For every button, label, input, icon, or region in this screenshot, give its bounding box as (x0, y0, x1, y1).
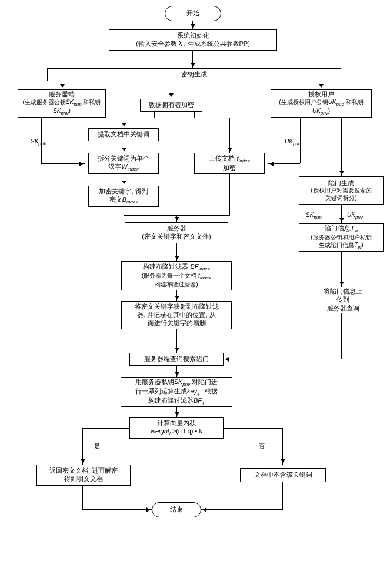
conn (82, 486, 83, 509)
conn (282, 482, 283, 509)
arrow (341, 118, 342, 176)
map-bf-2: 器, 并记录在其中的位置, 从 (137, 311, 215, 319)
init-sub: (输入安全参数 λ , 生成系统公共参数PP) (136, 40, 250, 48)
arrow (268, 163, 300, 164)
calc-s: weightf ≥(n-l-q) • k (151, 427, 202, 437)
edge-label-skpub2: SKpub (306, 212, 322, 220)
split-kw-t: 拆分关键词为单个 (98, 155, 149, 163)
start-label: 开始 (186, 9, 199, 17)
node-server-query: 服务器端查询搜索陷门 (129, 353, 224, 366)
auth-user-title: 授权用户 (308, 91, 334, 99)
terminator-start: 开始 (165, 6, 221, 21)
arrow (321, 81, 321, 89)
enc-kw-s: 密文Bindex (109, 196, 138, 205)
build-bf-s2: 构建布隆过滤器) (155, 281, 198, 289)
build-bf-t: 构建布隆过滤器 BFindex (143, 263, 209, 272)
enc-kw-t: 加密关键字, 得到 (99, 188, 148, 196)
map-bf-1: 将密文关键字映射到布隆过滤 (135, 303, 219, 311)
arrow (62, 81, 62, 89)
arrow (341, 205, 342, 223)
extract-kw-label: 提取文档中关键词 (98, 131, 149, 139)
arrow (192, 51, 193, 68)
server-query-label: 服务器端查询搜索陷门 (144, 355, 209, 363)
terminator-end: 结束 (152, 502, 201, 517)
trap-gen-t: 陷门生成 (328, 179, 354, 188)
ret-doc-2: 得到明文文档 (64, 475, 103, 483)
server-s: (密文关键字和密文文件) (142, 233, 211, 241)
conn (124, 118, 229, 118)
arrow (201, 509, 206, 510)
edge-label-yes: 是 (94, 442, 100, 450)
node-system-init: 系统初始化 (输入安全参数 λ , 生成系统公共参数PP) (109, 29, 277, 51)
arrow (176, 243, 177, 261)
keygen-label: 密钥生成 (181, 71, 207, 79)
priv-op-2: 行一系列运算生成keyij , 根据 (135, 387, 218, 397)
build-bf-s1: (服务器为每一个文档 findex (142, 272, 211, 281)
conn (124, 207, 124, 215)
priv-op-1: 用服务器私钥SKpriv 对陷门进 (135, 378, 218, 387)
priv-op-3: 构建布隆过滤器BFT (148, 397, 205, 406)
node-server-side: 服务器端 (生成服务器公钥SKpub 和私钥SKpriv) (18, 89, 106, 118)
server-side-title: 服务器端 (49, 91, 75, 99)
arrow (171, 81, 171, 99)
upload-doc-s: 加密 (223, 164, 236, 172)
arrow (282, 428, 283, 465)
arrow (124, 174, 124, 186)
arrow (192, 21, 193, 29)
upload-trap-2: 传到 (318, 295, 368, 303)
node-split-kw: 拆分关键词为单个 汉字Windex (88, 153, 159, 174)
conn (154, 112, 155, 118)
node-keygen: 密钥生成 (47, 68, 341, 81)
upload-trap-3: 服务器查询 (318, 304, 368, 312)
edge-label-ukpub: UKpub (285, 138, 301, 146)
arrow (124, 141, 124, 153)
node-trap-gen: 陷门生成 (授权用户对需要搜索的 关键词拆分) (299, 176, 384, 205)
conn (201, 509, 283, 510)
end-label: 结束 (170, 506, 183, 513)
map-bf-3: 而进行关键字的增删 (148, 319, 206, 328)
arrow (41, 163, 85, 164)
trap-info-s2: 生成陷门信息Tw) (319, 242, 363, 250)
server-side-sub: (生成服务器公钥SKpub 和私钥SKpriv) (22, 99, 102, 116)
arrow (147, 509, 152, 510)
edge-label-no: 否 (259, 442, 265, 450)
arrow (341, 252, 342, 287)
split-kw-s: 汉字Windex (108, 163, 139, 172)
node-priv-op: 用服务器私钥SKpriv 对陷门进 行一系列运算生成keyij , 根据 构建布… (121, 377, 232, 407)
edge-label-ukpriv: UKpriv (347, 212, 363, 220)
conn (82, 428, 129, 429)
node-upload-doc: 上传文档 findex 加密 (194, 153, 265, 174)
conn (194, 112, 195, 118)
trap-gen-s2: 关键词拆分) (325, 195, 356, 202)
node-upload-trap: 将陷门信息上 传到 服务器查询 (318, 287, 368, 312)
server-t: 服务器 (167, 225, 186, 233)
trap-info-t: 陷门信息Tw (325, 225, 358, 234)
arrow (176, 366, 177, 377)
arrow (176, 215, 177, 222)
node-server: 服务器 (密文关键字和密文文件) (125, 222, 228, 243)
arrow (176, 329, 177, 353)
arrow (82, 428, 83, 465)
node-map-bf: 将密文关键字映射到布隆过滤 器, 并记录在其中的位置, 从 而进行关键字的增删 (121, 301, 232, 329)
conn (229, 174, 230, 215)
node-owner-encrypt: 数据拥有者加密 (140, 99, 202, 112)
trap-info-s1: (服务器公钥和用户私钥 (311, 234, 371, 242)
node-return-doc: 返回密文文档, 进而解密 得到明文文档 (36, 465, 131, 486)
trap-gen-s1: (授权用户对需要搜索的 (311, 187, 371, 195)
conn (341, 313, 342, 359)
no-kw-label: 文档中不含该关键词 (254, 471, 312, 479)
arrow (176, 407, 177, 417)
owner-enc-label: 数据拥有者加密 (149, 101, 194, 109)
conn (224, 428, 282, 429)
arrow (176, 290, 177, 301)
node-no-keyword: 文档中不含该关键词 (240, 468, 326, 482)
node-calc: 计算向量内积 weightf ≥(n-l-q) • k (129, 417, 224, 439)
node-trap-info: 陷门信息Tw (服务器公钥和用户私钥 生成陷门信息Tw) (299, 223, 384, 252)
arrow (124, 118, 124, 128)
ret-doc-1: 返回密文文档, 进而解密 (49, 467, 118, 475)
arrow (229, 118, 230, 153)
arrow (224, 359, 341, 359)
node-extract-kw: 提取文档中关键词 (88, 128, 159, 141)
node-auth-user: 授权用户 (生成授权用户公钥UKpub 和私钥UKpriv) (271, 89, 372, 118)
upload-doc-t: 上传文档 findex (209, 155, 249, 164)
